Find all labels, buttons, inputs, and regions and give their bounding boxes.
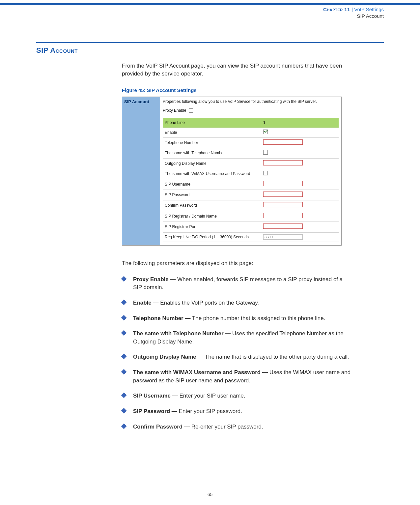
parameter-description: Re-enter your SIP password.	[190, 424, 263, 430]
list-item: The same with Telephone Number — Uses th…	[122, 330, 352, 346]
row-label: SIP Password	[163, 190, 261, 200]
table-header-label: Phone Line	[163, 118, 261, 128]
row-value	[261, 190, 339, 200]
parameter-term: Outgoing Display Name —	[133, 354, 203, 360]
parameter-list: Proxy Enable — When enabled, forwards SI…	[122, 276, 352, 431]
diamond-bullet-icon	[121, 423, 127, 429]
figure-sip-account: SIP Account Properties following allow y…	[122, 97, 342, 246]
figure-table: Phone Line 1 EnableTelephone NumberThe s…	[163, 118, 339, 242]
parameter-description: Enter your SIP user name.	[178, 393, 245, 399]
row-text-input[interactable]	[263, 202, 303, 207]
diamond-bullet-icon	[121, 299, 127, 305]
list-item: Telephone Number — The phone number that…	[122, 314, 352, 323]
row-text-input[interactable]	[263, 192, 303, 197]
parameter-description: Enter your SIP password.	[177, 408, 242, 414]
row-text-input[interactable]	[263, 223, 303, 229]
diamond-bullet-icon	[121, 315, 127, 320]
row-text-input[interactable]	[263, 160, 303, 165]
row-value	[261, 138, 339, 148]
diamond-bullet-icon	[121, 330, 127, 336]
parameter-description: The name that is displayed to the other …	[203, 354, 349, 360]
row-label: Telephone Number	[163, 138, 261, 148]
proxy-enable-checkbox[interactable]	[189, 108, 193, 113]
parameter-term: SIP Username —	[133, 393, 178, 399]
page-number: – 65 –	[204, 492, 216, 497]
list-item: Confirm Password — Re-enter your SIP pas…	[122, 423, 352, 431]
list-item: Outgoing Display Name — The name that is…	[122, 353, 352, 361]
figure-sidebar-title: SIP Account	[124, 99, 149, 104]
diamond-bullet-icon	[121, 276, 127, 282]
table-row: Telephone Number	[163, 138, 339, 148]
parameter-description: The phone number that is assigned to thi…	[190, 315, 325, 321]
row-label: The same with Telephone Number	[163, 148, 261, 158]
row-value	[261, 148, 339, 158]
figure-description: Properties following allow you to use Vo…	[163, 99, 339, 104]
table-header-value: 1	[261, 118, 339, 128]
parameter-term: SIP Password —	[133, 408, 177, 414]
row-label: SIP Username	[163, 179, 261, 190]
parameter-description: Enables the VoIP ports on the Gateway.	[158, 300, 259, 306]
row-label: The same with WiMAX Username and Passwor…	[163, 169, 261, 179]
section-rule	[36, 42, 384, 43]
table-row: Enable	[163, 128, 339, 137]
row-value	[261, 128, 339, 137]
section-intro: From the VoIP SIP Account page, you can …	[122, 62, 352, 78]
table-row: Confirm Password	[163, 200, 339, 211]
row-label: SIP Registrar Port	[163, 222, 261, 232]
row-checkbox[interactable]	[263, 130, 268, 134]
figure-caption: Figure 45: SIP Account Settings	[122, 87, 352, 94]
parameter-term: Telephone Number —	[133, 315, 190, 321]
row-label: Reg Keep Live T/O Period (1 ~ 36000) Sec…	[163, 232, 261, 242]
table-row: SIP Registrar Port	[163, 222, 339, 232]
row-value: 3600	[261, 232, 339, 242]
table-row: SIP Username	[163, 179, 339, 190]
proxy-enable-label: Proxy Enable	[163, 108, 186, 113]
parameter-term: The same with WiMAX Username and Passwor…	[133, 369, 268, 375]
figure-main: Properties following allow you to use Vo…	[160, 97, 341, 245]
row-value	[261, 169, 339, 179]
page: Chapter 11 | VoIP Settings SIP Account S…	[0, 0, 420, 505]
table-row: Reg Keep Live T/O Period (1 ~ 36000) Sec…	[163, 232, 339, 242]
row-checkbox[interactable]	[263, 171, 268, 175]
list-item: Proxy Enable — When enabled, forwards SI…	[122, 276, 352, 292]
list-item: The same with WiMAX Username and Passwor…	[122, 369, 352, 385]
table-row: The same with Telephone Number	[163, 148, 339, 158]
table-row: SIP Password	[163, 190, 339, 200]
table-row: The same with WiMAX Username and Passwor…	[163, 169, 339, 179]
row-text-input[interactable]	[263, 181, 303, 186]
row-value	[261, 179, 339, 190]
list-item: SIP Username — Enter your SIP user name.	[122, 392, 352, 400]
chapter-title: VoIP Settings	[354, 7, 384, 12]
page-footer: – 65 –	[0, 492, 420, 497]
row-value	[261, 200, 339, 211]
row-value	[261, 211, 339, 222]
diamond-bullet-icon	[121, 369, 127, 375]
parameter-term: Enable —	[133, 300, 158, 306]
parameter-term: The same with Telephone Number —	[133, 330, 231, 337]
row-label: Outgoing Display Name	[163, 158, 261, 169]
parameter-term: Confirm Password —	[133, 424, 190, 430]
parameters-lead: The following parameters are displayed o…	[122, 259, 352, 268]
header-separator: |	[351, 7, 354, 12]
list-item: SIP Password — Enter your SIP password.	[122, 407, 352, 416]
row-label: Enable	[163, 128, 261, 137]
page-header: Chapter 11 | VoIP Settings SIP Account	[0, 3, 420, 22]
parameter-term: Proxy Enable —	[133, 276, 176, 282]
row-label: Confirm Password	[163, 200, 261, 211]
header-subtitle: SIP Account	[357, 13, 384, 19]
row-text-input[interactable]: 3600	[263, 234, 303, 240]
section-title: SIP Account	[36, 46, 384, 55]
row-text-input[interactable]	[263, 213, 303, 218]
diamond-bullet-icon	[121, 408, 127, 414]
diamond-bullet-icon	[121, 354, 127, 359]
figure-sidebar: SIP Account	[122, 97, 160, 245]
proxy-enable-row: Proxy Enable	[163, 108, 339, 113]
row-value	[261, 158, 339, 169]
row-text-input[interactable]	[263, 139, 303, 145]
row-label: SIP Registrar / Domain Name	[163, 211, 261, 222]
table-header-row: Phone Line 1	[163, 118, 339, 128]
diamond-bullet-icon	[121, 393, 127, 398]
table-row: Outgoing Display Name	[163, 158, 339, 169]
row-checkbox[interactable]	[263, 150, 268, 155]
row-value	[261, 222, 339, 232]
